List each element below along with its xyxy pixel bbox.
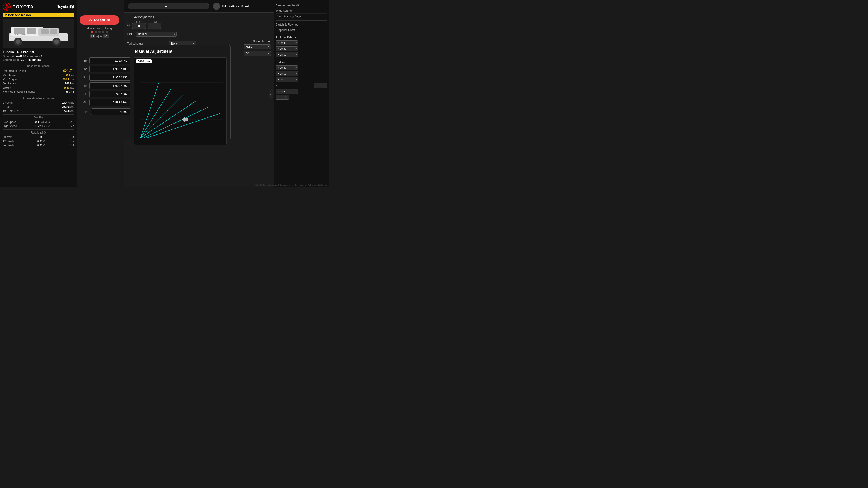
brand-name: TOYOTA <box>13 4 34 9</box>
brake-exhaust-select-3[interactable]: Normal <box>276 52 298 57</box>
ecu-select[interactable]: Normal <box>136 32 177 37</box>
low-speed-value: -0.41 (Under) <box>34 121 50 124</box>
dot-5[interactable] <box>105 31 108 33</box>
ecu-select-wrapper[interactable]: Normal <box>136 32 177 37</box>
gear-label-1: 1st <box>81 59 88 62</box>
gear-value-4[interactable]: 1.000 / 207 <box>89 83 130 89</box>
brake-exhaust-select-1[interactable]: Normal <box>276 40 298 45</box>
dot-1[interactable] <box>91 31 93 33</box>
r60-row: 60 km/h 0.93 G 0.93 <box>3 135 74 139</box>
brake-exhaust-row-2: Normal <box>276 46 327 51</box>
rpm-badge: 5800 rpm <box>136 59 152 64</box>
brakes-normal-select[interactable]: Normal <box>276 89 298 94</box>
svg-text:日本語で行か: 日本語で行か <box>15 34 26 36</box>
max-power-row: Max Power 379HP <box>3 73 74 77</box>
displacement-unit: cc <box>71 82 74 85</box>
displacement-value: 5663 <box>65 82 71 85</box>
top-bar: ☰ Edit Settings Sheet <box>124 0 274 13</box>
svg-point-0 <box>3 3 10 10</box>
antilag-system-select-wrapper[interactable]: Off <box>244 51 271 56</box>
brakes-select-2-wrapper[interactable]: Normal <box>276 71 298 76</box>
max-torque-unit: ft-lb <box>70 78 74 81</box>
brakes-select-1-wrapper[interactable]: Normal <box>276 65 298 70</box>
search-bar[interactable]: ☰ <box>128 3 209 9</box>
antilag-system-select[interactable]: Off <box>244 51 271 56</box>
measure-area: ⚠ Measure Measurement History L1 ◀ ▶ R1 <box>77 13 122 41</box>
brake-exhaust-select-1-wrapper[interactable]: Normal <box>276 40 298 45</box>
brake-pct-label: % <box>276 84 278 87</box>
r240-value: 0.99 G <box>37 144 45 147</box>
gear-row-1: 1st 3.333 / 62 <box>81 57 130 64</box>
r120-row: 120 km/h 0.95 G 0.95 <box>3 139 74 143</box>
rotational-g-title: Rotational G <box>3 131 74 134</box>
gear-label-6: 6th <box>81 101 88 104</box>
brake-pct-row: % 0 <box>276 83 327 88</box>
low-speed-compare: -0.41 <box>68 121 74 124</box>
left-arrow[interactable]: ◀ <box>96 34 99 38</box>
gear-row-4: 4th 1.000 / 207 <box>81 83 130 89</box>
dot-2[interactable] <box>95 31 97 33</box>
aerodynamics-section: Aerodynamics Lv. Front 0 Rear 0 <box>127 15 271 29</box>
brakes-row-1: Normal <box>276 65 327 70</box>
rear-block: Rear 0 <box>148 20 161 29</box>
clutch-flywheel-item[interactable]: Clutch & Flywheel <box>276 22 327 27</box>
supercharger-title: Supercharger <box>253 40 271 43</box>
measure-button[interactable]: ⚠ Measure <box>80 15 119 25</box>
brake-exhaust-select-2-wrapper[interactable]: Normal <box>276 46 298 51</box>
balance-row: Front-Rear Weight Balance 56 : 44 <box>3 90 74 94</box>
displacement-label: Displacement <box>3 82 19 85</box>
measurement-history-label: Measurement History <box>80 27 119 30</box>
r400-unit: sec. <box>69 101 74 104</box>
brand-header: TOYOTA Toyota 🇯🇵 <box>3 3 74 11</box>
gear-value-2[interactable]: 1.960 / 105 <box>89 66 130 72</box>
region-flag: 🇯🇵 <box>69 5 74 9</box>
r120-value: 0.95 G <box>37 140 45 143</box>
brakes-title: Brakes <box>276 61 327 64</box>
right-arrow[interactable]: ▶ <box>100 34 102 38</box>
svg-point-11 <box>16 39 20 44</box>
gear-value-6[interactable]: 0.588 / 364 <box>89 99 130 106</box>
low-speed-row: Low Speed -0.41 (Under) -0.41 <box>3 120 74 124</box>
brake-exhaust-select-2[interactable]: Normal <box>276 46 298 51</box>
r1000-value: 26.86 <box>62 105 69 108</box>
gear-value-1[interactable]: 3.333 / 62 <box>89 57 130 64</box>
edit-settings[interactable]: Edit Settings Sheet <box>213 3 249 10</box>
modal-body: 1st 3.333 / 62 2nd 1.960 / 105 3rd 1.353… <box>81 57 227 145</box>
r240-row: 240 km/h 0.99 G 0.99 <box>3 143 74 147</box>
brakes-select-2[interactable]: Normal <box>276 71 298 76</box>
rear-value[interactable]: 0 <box>148 23 161 29</box>
high-speed-compare: -0.72 <box>68 125 74 128</box>
pp-row: Performance Points PP 421.71 <box>3 68 74 73</box>
front-rear-balance-value[interactable]: 0 <box>276 95 289 100</box>
gear-label-2: 2nd <box>81 67 88 71</box>
brakes-select-1[interactable]: Normal <box>276 65 298 70</box>
right-panel: Steering Angle Kit 4WS System Rear Steer… <box>274 0 329 187</box>
menu-icon[interactable]: ☰ <box>203 4 206 8</box>
chevron-right-button[interactable]: › <box>269 89 273 98</box>
svg-point-1 <box>5 6 9 8</box>
dot-4[interactable] <box>102 31 104 33</box>
brakes-select-3-wrapper[interactable]: Normal <box>276 77 298 82</box>
brake-pct-value[interactable]: 0 <box>314 83 327 88</box>
brakes-select-3[interactable]: Normal <box>276 77 298 82</box>
steering-angle-kit-item[interactable]: Steering Angle Kit <box>276 3 327 8</box>
displacement-row: Displacement 5663cc <box>3 82 74 86</box>
gear-table: 1st 3.333 / 62 2nd 1.960 / 105 3rd 1.353… <box>81 57 130 145</box>
4ws-system-item[interactable]: 4WS System <box>276 8 327 13</box>
aerodynamics-title: Aerodynamics <box>127 15 161 19</box>
supercharger-select[interactable]: None <box>244 44 271 49</box>
front-value[interactable]: 0 <box>132 23 146 29</box>
brake-exhaust-select-3-wrapper[interactable]: Normal <box>276 52 298 57</box>
gear-row-6: 6th 0.588 / 364 <box>81 99 130 106</box>
measure-label: Measure <box>94 18 110 23</box>
weight-label: Weight <box>3 86 11 89</box>
final-value[interactable]: 4.300 <box>91 108 130 115</box>
r240-label: 240 km/h <box>3 144 14 147</box>
gear-value-5[interactable]: 0.728 / 284 <box>89 91 130 97</box>
brakes-normal-select-wrapper[interactable]: Normal <box>276 89 298 94</box>
propeller-shaft-item[interactable]: Propeller Shaft <box>276 27 327 33</box>
search-input[interactable] <box>131 4 202 8</box>
rear-steering-angle-item[interactable]: Rear Steering Angle <box>276 13 327 19</box>
dot-3[interactable] <box>98 31 101 33</box>
gear-value-3[interactable]: 1.353 / 153 <box>89 74 130 80</box>
